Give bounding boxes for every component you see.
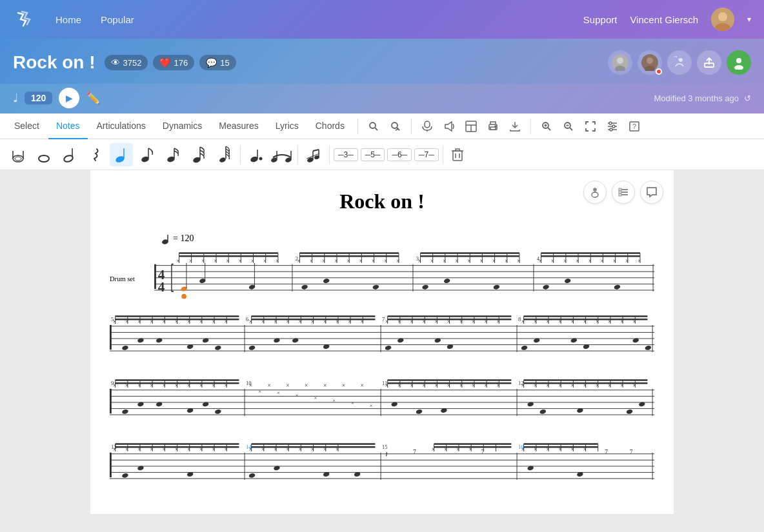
tab-measures[interactable]: Measures (211, 113, 266, 139)
collaborator-avatar-2[interactable] (638, 50, 662, 75)
svg-text:×: × (359, 257, 363, 264)
svg-point-38 (15, 157, 21, 161)
tab-articulations[interactable]: Articulations (89, 113, 154, 139)
svg-text:×: × (342, 382, 345, 389)
svg-text:×: × (551, 257, 554, 264)
svg-point-264 (385, 345, 392, 351)
svg-text:×: × (576, 257, 579, 264)
svg-text:×: × (189, 257, 192, 264)
svg-rect-80 (619, 193, 621, 196)
sixty-fourth-note-btn[interactable] (213, 143, 236, 166)
svg-text:×: × (276, 257, 279, 264)
nav-home[interactable]: Home (55, 14, 81, 25)
sixteenth-note-btn[interactable] (161, 143, 185, 166)
svg-point-34 (610, 128, 612, 131)
zoom-out-button[interactable] (558, 116, 579, 137)
nav-support[interactable]: Support (583, 14, 618, 25)
voice-button[interactable] (417, 116, 437, 137)
svg-point-477 (121, 473, 128, 478)
toolbar-divider-1 (357, 119, 358, 134)
tracks-list-btn[interactable] (612, 181, 635, 204)
nav-right-section: Support Vincent Giersch ▾ (583, 8, 751, 31)
export-button[interactable] (505, 116, 525, 137)
delete-note-btn[interactable] (447, 144, 468, 165)
grace-note-btn[interactable] (302, 143, 325, 166)
half-note-btn[interactable] (58, 143, 81, 166)
share-button[interactable] (697, 50, 721, 75)
svg-point-197 (543, 284, 550, 290)
svg-text:×: × (563, 257, 567, 264)
svg-text:×: × (268, 382, 271, 389)
collaborator-avatar-1[interactable] (608, 50, 632, 75)
svg-rect-84 (154, 264, 156, 289)
tab-dynamics[interactable]: Dynamics (155, 113, 210, 139)
svg-point-42 (41, 157, 46, 160)
dot-btn[interactable] (245, 143, 268, 166)
thirty-second-note-btn[interactable] (187, 143, 210, 166)
toolbar-divider-3 (530, 119, 531, 134)
guitar-instrument-btn[interactable] (583, 181, 607, 204)
svg-point-53 (219, 157, 226, 163)
user-profile-button[interactable] (727, 50, 751, 75)
whole-note-btn[interactable] (32, 143, 55, 166)
svg-text:×: × (430, 257, 434, 264)
svg-text:×: × (467, 257, 470, 264)
modified-info: Modified 3 months ago ↺ (654, 94, 751, 103)
svg-text:×: × (588, 257, 591, 264)
svg-text:×: × (214, 257, 217, 264)
print-button[interactable] (483, 116, 503, 137)
tab-lyrics[interactable]: Lyrics (268, 113, 307, 139)
nav-popular[interactable]: Popular (101, 14, 134, 25)
nav-user-name[interactable]: Vincent Giersch (630, 14, 698, 25)
music-notation[interactable]: = 120 Drum set 4 4 (110, 233, 654, 495)
svg-point-128 (181, 294, 186, 299)
search-button[interactable] (363, 116, 384, 137)
quarter-note-btn[interactable] (110, 143, 133, 166)
svg-rect-198 (110, 325, 112, 350)
svg-point-254 (121, 345, 128, 351)
tuplet-3-btn[interactable]: ─3─ (334, 148, 358, 161)
logo[interactable] (13, 8, 36, 31)
svg-text:×: × (351, 400, 354, 406)
quarter-rest-btn[interactable] (84, 143, 107, 166)
tab-chords[interactable]: Chords (308, 113, 352, 139)
tuplet-7-btn[interactable]: ─7─ (414, 148, 439, 161)
pencil-icon[interactable]: ✏️ (86, 91, 100, 105)
nav-chevron-icon[interactable]: ▾ (747, 15, 751, 24)
content-area: Rock on ! = 120 Drum set 4 4 (0, 170, 764, 532)
audio-button[interactable] (439, 116, 459, 137)
svg-text:×: × (601, 257, 604, 264)
tab-select[interactable]: Select (6, 113, 47, 139)
comments-btn[interactable] (640, 181, 663, 204)
double-whole-note-btn[interactable] (6, 143, 30, 166)
tuplet-5-btn[interactable]: ─5─ (361, 148, 385, 161)
svg-text:×: × (251, 257, 254, 264)
svg-point-382 (214, 409, 221, 415)
user-avatar[interactable] (711, 8, 734, 31)
views-badge: 👁 3752 (105, 55, 148, 70)
history-icon[interactable]: ↺ (744, 94, 751, 103)
zoom-in-button[interactable] (536, 116, 557, 137)
layout-button[interactable] (461, 116, 481, 137)
mixer-button[interactable] (602, 116, 623, 137)
svg-point-33 (612, 125, 615, 128)
svg-text:×: × (249, 382, 252, 389)
svg-text:×: × (625, 257, 628, 264)
svg-rect-320 (110, 389, 112, 413)
svg-point-480 (248, 473, 256, 478)
search-replace-button[interactable] (385, 116, 406, 137)
eighth-note-btn[interactable] (136, 143, 159, 166)
play-button[interactable]: ▶ (59, 88, 79, 108)
staff-row-1[interactable]: Drum set 4 4 2 (110, 246, 654, 304)
staff-row-2: 5 6 7 8 × × × × × × × (110, 313, 654, 364)
tie-btn[interactable] (270, 143, 294, 166)
svg-text:7: 7 (630, 448, 633, 455)
svg-text:×: × (226, 257, 229, 264)
add-collaborator-button[interactable]: " (667, 50, 692, 75)
tab-notes[interactable]: Notes (48, 113, 88, 139)
svg-point-12 (734, 65, 743, 70)
tuplet-6-btn[interactable]: ─6─ (387, 148, 412, 161)
header-band: Rock on ! 👁 3752 ❤️ 176 💬 15 (0, 39, 764, 84)
help-button[interactable]: ? (624, 116, 645, 137)
fullscreen-button[interactable] (580, 116, 601, 137)
